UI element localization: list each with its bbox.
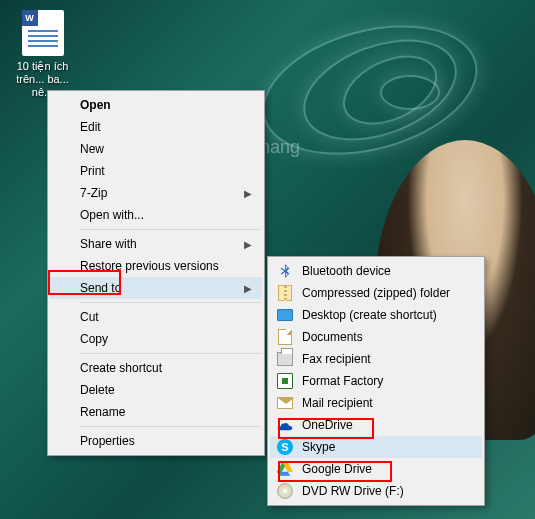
sendto-zip[interactable]: Compressed (zipped) folder <box>270 282 482 304</box>
bg-swirl <box>380 75 440 110</box>
menu-print[interactable]: Print <box>50 160 262 182</box>
menu-label: New <box>80 142 104 156</box>
sendto-fax[interactable]: Fax recipient <box>270 348 482 370</box>
menu-separator <box>80 302 261 303</box>
format-factory-icon <box>276 372 294 390</box>
menu-label: Fax recipient <box>302 352 371 366</box>
mail-icon <box>276 394 294 412</box>
menu-separator <box>80 353 261 354</box>
menu-label: Print <box>80 164 105 178</box>
google-drive-icon <box>276 460 294 478</box>
menu-label: Compressed (zipped) folder <box>302 286 450 300</box>
submenu-arrow-icon: ▶ <box>244 239 252 250</box>
send-to-submenu: Bluetooth device Compressed (zipped) fol… <box>267 256 485 506</box>
word-document-icon: W <box>22 10 64 56</box>
sendto-bluetooth[interactable]: Bluetooth device <box>270 260 482 282</box>
sendto-dvd[interactable]: DVD RW Drive (F:) <box>270 480 482 502</box>
menu-label: 7-Zip <box>80 186 107 200</box>
sendto-onedrive[interactable]: OneDrive <box>270 414 482 436</box>
menu-7zip[interactable]: 7-Zip▶ <box>50 182 262 204</box>
menu-restore-previous[interactable]: Restore previous versions <box>50 255 262 277</box>
menu-label: Delete <box>80 383 115 397</box>
desktop-file-icon[interactable]: W 10 tiện ích trên... ba... nê... <box>10 10 75 100</box>
bluetooth-icon <box>276 262 294 280</box>
menu-cut[interactable]: Cut <box>50 306 262 328</box>
menu-label: Bluetooth device <box>302 264 391 278</box>
menu-edit[interactable]: Edit <box>50 116 262 138</box>
submenu-arrow-icon: ▶ <box>244 283 252 294</box>
menu-label: Format Factory <box>302 374 383 388</box>
menu-label: Send to <box>80 281 121 295</box>
sendto-format-factory[interactable]: Format Factory <box>270 370 482 392</box>
zip-folder-icon <box>276 284 294 302</box>
menu-properties[interactable]: Properties <box>50 430 262 452</box>
menu-new[interactable]: New <box>50 138 262 160</box>
menu-label: OneDrive <box>302 418 353 432</box>
menu-label: Documents <box>302 330 363 344</box>
menu-share-with[interactable]: Share with▶ <box>50 233 262 255</box>
menu-label: Skype <box>302 440 335 454</box>
menu-label: Google Drive <box>302 462 372 476</box>
menu-label: Share with <box>80 237 137 251</box>
menu-separator <box>80 426 261 427</box>
menu-label: Desktop (create shortcut) <box>302 308 437 322</box>
sendto-mail[interactable]: Mail recipient <box>270 392 482 414</box>
desktop-icon <box>276 306 294 324</box>
menu-label: Cut <box>80 310 99 324</box>
menu-label: Restore previous versions <box>80 259 219 273</box>
context-menu: Open Edit New Print 7-Zip▶ Open with... … <box>47 90 265 456</box>
submenu-arrow-icon: ▶ <box>244 188 252 199</box>
menu-label: Rename <box>80 405 125 419</box>
sendto-desktop[interactable]: Desktop (create shortcut) <box>270 304 482 326</box>
menu-label: DVD RW Drive (F:) <box>302 484 404 498</box>
menu-label: Mail recipient <box>302 396 373 410</box>
dvd-drive-icon <box>276 482 294 500</box>
menu-send-to[interactable]: Send to▶ <box>50 277 262 299</box>
documents-icon <box>276 328 294 346</box>
menu-label: Open <box>80 98 111 112</box>
skype-icon: S <box>276 438 294 456</box>
menu-delete[interactable]: Delete <box>50 379 262 401</box>
menu-open-with[interactable]: Open with... <box>50 204 262 226</box>
onedrive-icon <box>276 416 294 434</box>
menu-label: Open with... <box>80 208 144 222</box>
sendto-documents[interactable]: Documents <box>270 326 482 348</box>
sendto-google-drive[interactable]: Google Drive <box>270 458 482 480</box>
menu-label: Edit <box>80 120 101 134</box>
menu-rename[interactable]: Rename <box>50 401 262 423</box>
menu-label: Properties <box>80 434 135 448</box>
sendto-skype[interactable]: S Skype <box>270 436 482 458</box>
menu-label: Copy <box>80 332 108 346</box>
menu-copy[interactable]: Copy <box>50 328 262 350</box>
menu-create-shortcut[interactable]: Create shortcut <box>50 357 262 379</box>
menu-label: Create shortcut <box>80 361 162 375</box>
fax-icon <box>276 350 294 368</box>
menu-open[interactable]: Open <box>50 94 262 116</box>
menu-separator <box>80 229 261 230</box>
word-badge: W <box>22 10 38 26</box>
